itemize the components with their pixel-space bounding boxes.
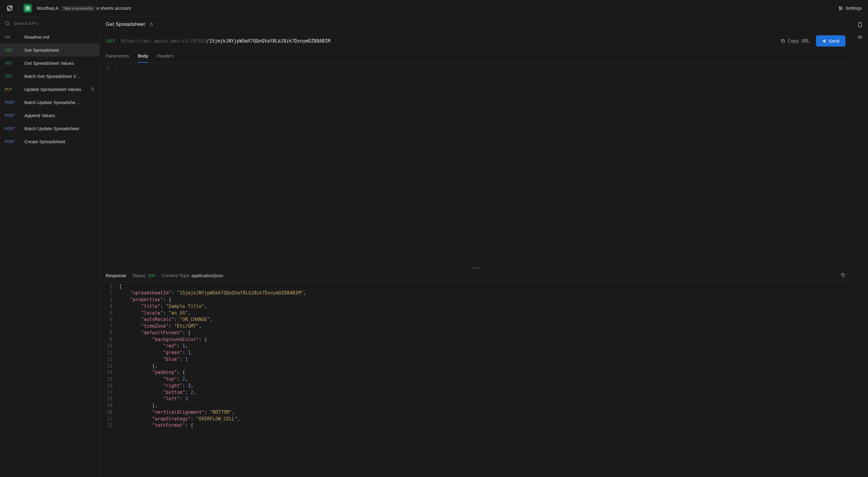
json-line-number: 16 [100, 383, 115, 389]
response-header: Response Status: 200 Content-Type: appli… [100, 270, 851, 281]
api-list-item[interactable]: POSTBatch Update Spreadshe… [0, 96, 99, 109]
body-editor[interactable]: 1 [100, 63, 851, 73]
json-line: 8⌄ "defaultFormat": { [100, 330, 851, 336]
json-line: 1⌄{ [100, 283, 851, 290]
copy-url-label: Copy URL [788, 38, 810, 44]
json-line-number: 3⌄ [100, 297, 115, 303]
sheets-app-icon[interactable] [24, 4, 32, 12]
svg-rect-18 [842, 274, 844, 276]
api-item-name: Create Spreadsheet [24, 139, 94, 144]
tab-body[interactable]: Body [138, 49, 148, 63]
svg-point-11 [841, 8, 842, 8]
app-logo-icon[interactable] [6, 5, 13, 12]
json-line-content: "spreadsheetId": "15jmjkJNYjpWSmX7QQnQVa… [115, 290, 851, 297]
json-line-content: "locale": "en_US", [115, 310, 851, 317]
api-list-item[interactable]: POSTBatch Update Spreadsheet [0, 122, 99, 135]
page-title: Get Spreadsheet [106, 21, 145, 27]
json-line-number: 1⌄ [100, 283, 115, 290]
send-button[interactable]: Send [816, 35, 845, 46]
fold-icon[interactable]: ⌄ [114, 422, 116, 427]
json-line: 9⌄ "backgroundColor": { [100, 336, 851, 343]
request-method[interactable]: GET [106, 38, 115, 43]
api-method-badge: POST [5, 127, 18, 131]
json-line-content: }, [115, 363, 851, 370]
tab-parameters[interactable]: Parameters [106, 49, 129, 63]
json-line-number: 9⌄ [100, 336, 115, 343]
lock-icon [90, 87, 94, 92]
json-line-content: "blue": 1 [115, 356, 851, 363]
json-line-number: 20 [100, 409, 115, 416]
json-line: 19 }, [100, 403, 851, 409]
json-line-number: 5 [100, 310, 115, 317]
json-line-content: "bottom": 2, [115, 389, 851, 396]
json-line: 10 "red": 1, [100, 343, 851, 349]
json-line: 17 "bottom": 2, [100, 389, 851, 396]
json-line-content: "red": 1, [115, 343, 851, 349]
json-line: 12 "blue": 1 [100, 356, 851, 363]
json-line: 22⌄ "textFormat": { [100, 422, 851, 429]
url-path: /15jmjkJNYjpWSmX7QQnQVaY8Lb28zk7DxnymDZ8… [207, 38, 330, 44]
account-name: Musthaq A Take a screenshote sheets acco… [37, 5, 131, 11]
api-method-badge: POST [5, 140, 18, 144]
api-item-name: Batch Update Spreadshe… [24, 100, 94, 105]
json-line: 18 "left": 3 [100, 396, 851, 403]
json-line-number: 6 [100, 316, 115, 323]
json-line: 21 "wrapStrategy": "OVERFLOW_CELL", [100, 416, 851, 422]
copy-icon [781, 39, 785, 43]
svg-rect-15 [91, 89, 93, 91]
right-rail [851, 16, 868, 477]
api-list-item[interactable]: GETGet Spreadsheet [0, 43, 99, 57]
fold-icon[interactable]: ⌄ [114, 297, 116, 301]
api-list-item[interactable]: PUTUpdate Spreadsheet Values [0, 83, 99, 96]
search-input[interactable] [13, 21, 94, 26]
api-item-name: Get Spreadsheet [24, 47, 94, 53]
json-line-number: 18 [100, 396, 115, 403]
panel-resizer[interactable] [100, 267, 851, 270]
json-line-number: 19 [100, 403, 115, 409]
api-method-badge: PUT [5, 87, 18, 92]
response-content-type: Content-Type: application/json [161, 273, 223, 278]
json-line-content: }, [115, 403, 851, 409]
api-item-name: Update Spreadsheet Values [24, 87, 84, 92]
resizer-handle-icon [471, 267, 480, 269]
json-line-number: 15 [100, 376, 115, 383]
api-list-item[interactable]: GETBatch Get Spreadsheet V… [0, 70, 99, 83]
url-display[interactable]: https://api.apico.dev/v1/c9f553/15jmjkJN… [121, 38, 775, 44]
main-header: Get Spreadsheet [100, 16, 851, 32]
document-icon[interactable] [857, 22, 863, 28]
json-line-number: 13 [100, 363, 115, 370]
api-list-item[interactable]: POSTCreate Spreadsheet [0, 135, 99, 148]
copy-response-button[interactable] [841, 273, 845, 278]
fold-icon[interactable]: ⌄ [114, 369, 116, 374]
fold-icon[interactable]: ⌄ [114, 283, 116, 288]
api-list-item[interactable]: POSTAppend Values [0, 109, 99, 122]
api-item-name: Append Values [24, 113, 94, 118]
api-method-badge: POST [5, 100, 18, 105]
send-icon [822, 39, 826, 43]
topbar-left: Musthaq A Take a screenshote sheets acco… [6, 4, 131, 12]
json-line-content: "top": 2, [115, 376, 851, 383]
sliders-icon [838, 6, 843, 11]
json-line-content: "timeZone": "Etc/GMT", [115, 323, 851, 330]
api-list-item[interactable]: GETGet Spreadsheet Values [0, 57, 99, 70]
body-line-number: 1 [100, 65, 115, 70]
json-line-number: 8⌄ [100, 330, 115, 336]
body-line-content[interactable] [115, 65, 851, 70]
api-list: mdReadme.mdGETGet SpreadsheetGETGet Spre… [0, 30, 99, 477]
api-list-item[interactable]: mdReadme.md [0, 30, 99, 43]
response-body[interactable]: 1⌄{2 "spreadsheetId": "15jmjkJNYjpWSmX7Q… [100, 281, 851, 477]
api-item-name: Readme.md [24, 34, 94, 39]
fold-icon[interactable]: ⌄ [114, 330, 116, 334]
svg-rect-17 [782, 40, 784, 43]
json-line: 15 "top": 2, [100, 376, 851, 383]
code-icon[interactable] [857, 34, 863, 41]
json-line-number: 17 [100, 389, 115, 396]
json-line: 20 "verticalAlignment": "BOTTOM", [100, 409, 851, 416]
tab-headers[interactable]: Headers [157, 49, 174, 63]
settings-button[interactable]: Settings [838, 5, 862, 11]
settings-label: Settings [845, 5, 862, 11]
api-method-badge: md [5, 35, 18, 39]
fold-icon[interactable]: ⌄ [114, 336, 116, 341]
copy-url-button[interactable]: Copy URL [781, 38, 810, 44]
json-line-content: "right": 3, [115, 383, 851, 389]
